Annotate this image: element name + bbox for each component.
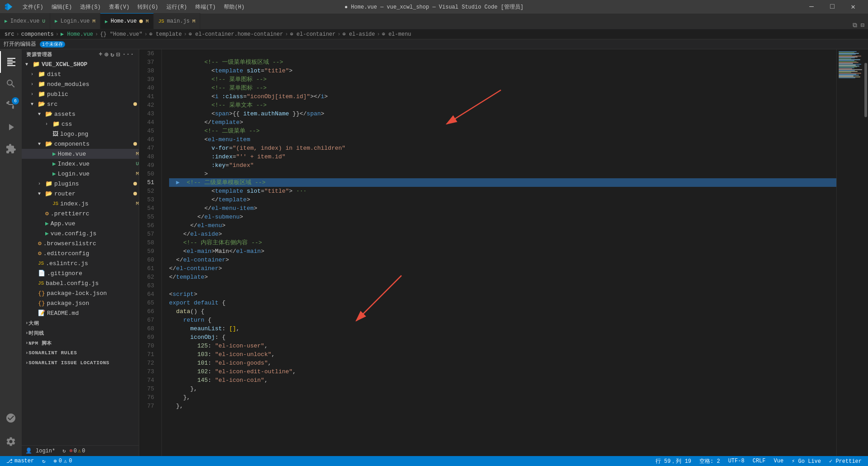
close-button[interactable]: ✕ bbox=[843, 0, 863, 14]
sidebar-item-components[interactable]: ▼ 📂 components bbox=[22, 139, 139, 149]
vertical-scrollbar[interactable] bbox=[863, 49, 868, 456]
window-controls[interactable]: — □ ✕ bbox=[801, 0, 863, 14]
sidebar-item-index-vue[interactable]: › ▶ Index.vue U bbox=[22, 159, 139, 169]
close-panel-icon[interactable]: ⊟ bbox=[861, 21, 864, 29]
sync-status[interactable]: ↻ bbox=[40, 456, 47, 466]
editor-layout-buttons[interactable]: ⧉ ⊟ bbox=[849, 21, 868, 29]
collapse-all-icon[interactable]: ⊟ bbox=[116, 51, 120, 58]
errors-status[interactable]: ⊗ 0 ⚠ 0 bbox=[52, 456, 74, 466]
code-editor[interactable]: 36 37 38 39 40 41 42 43 44 45 46 47 48 4… bbox=[139, 49, 868, 456]
more-actions-icon[interactable]: ··· bbox=[122, 51, 134, 58]
outline-section[interactable]: › 大纲 bbox=[22, 318, 139, 328]
breadcrumb-aside[interactable]: ⊕ el-aside bbox=[342, 31, 375, 38]
breadcrumb-src[interactable]: src bbox=[5, 31, 14, 38]
vue-file-icon: ▶ bbox=[52, 150, 56, 157]
sidebar-item-css[interactable]: › 📁 css bbox=[22, 119, 139, 129]
sidebar-item-dist[interactable]: › 📁 dist bbox=[22, 69, 139, 79]
breadcrumb-homevue[interactable]: ▶ Home.vue bbox=[61, 31, 93, 38]
activity-account[interactable] bbox=[0, 407, 22, 429]
timeline-section[interactable]: › 时间线 bbox=[22, 328, 139, 338]
sidebar-item-node-modules[interactable]: › 📁 node_modules bbox=[22, 79, 139, 89]
menu-select[interactable]: 选择(S) bbox=[76, 2, 104, 12]
menu-bar[interactable]: 文件(F) 编辑(E) 选择(S) 查看(V) 转到(G) 运行(R) 终端(T… bbox=[19, 2, 248, 12]
indentation[interactable]: 空格: 2 bbox=[698, 456, 722, 466]
line-num-59: 59 bbox=[139, 247, 158, 256]
go-live-button[interactable]: ⚡ Go Live bbox=[790, 456, 823, 466]
sidebar-item-router-index[interactable]: › JS index.js M bbox=[22, 199, 139, 209]
sidebar-item-src[interactable]: ▼ 📂 src bbox=[22, 99, 139, 109]
sidebar-label-gitignore: .gitignore bbox=[47, 270, 139, 277]
sidebar-root[interactable]: ▼ 📁 VUE_XCWL_SHOP bbox=[22, 59, 139, 69]
breadcrumb-container1[interactable]: ⊕ el-container.home-container bbox=[189, 31, 283, 38]
npm-section[interactable]: › NPM 脚本 bbox=[22, 338, 139, 348]
new-folder-icon[interactable]: ⊕ bbox=[104, 51, 108, 58]
sidebar-item-babel[interactable]: › JS babel.config.js bbox=[22, 278, 139, 288]
menu-file[interactable]: 文件(F) bbox=[19, 2, 47, 12]
tab-index-vue[interactable]: ▶ Index.vue U bbox=[0, 13, 50, 29]
sidebar-item-assets[interactable]: ▼ 📂 assets bbox=[22, 109, 139, 119]
sidebar-item-package[interactable]: › {} package.json bbox=[22, 298, 139, 308]
line-num-71: 71 bbox=[139, 350, 158, 359]
encoding[interactable]: UTF-8 bbox=[726, 456, 746, 466]
account-icon[interactable]: 👤 bbox=[25, 447, 32, 454]
sidebar-item-public[interactable]: › 📁 public bbox=[22, 89, 139, 99]
prettier-status[interactable]: ✓ Prettier bbox=[827, 456, 863, 466]
menu-edit[interactable]: 编辑(E) bbox=[48, 2, 76, 12]
sidebar-item-home-vue[interactable]: › ▶ Home.vue M bbox=[22, 149, 139, 159]
activity-run[interactable] bbox=[0, 116, 22, 138]
sidebar-item-package-lock[interactable]: › {} package-lock.json bbox=[22, 288, 139, 298]
tab-home-vue[interactable]: ▶ Home.vue M bbox=[100, 13, 154, 29]
new-file-icon[interactable]: + bbox=[99, 51, 103, 58]
error-count[interactable]: ⊗ 0 ⚠ 0 bbox=[69, 447, 85, 454]
menu-terminal[interactable]: 终端(T) bbox=[192, 2, 220, 12]
sidebar-item-router[interactable]: ▼ 📂 router bbox=[22, 189, 139, 199]
vue-file-icon: ▶ bbox=[45, 220, 49, 227]
sidebar-item-eslintrc[interactable]: › JS .eslintrc.js bbox=[22, 258, 139, 268]
refresh-icon[interactable]: ↻ bbox=[110, 51, 114, 58]
sidebar-item-app-vue[interactable]: › ▶ App.vue bbox=[22, 219, 139, 228]
open-editors-label[interactable]: 打开的编辑器 bbox=[4, 40, 36, 48]
sidebar-item-editorconfig[interactable]: › ⚙ .editorconfig bbox=[22, 248, 139, 258]
sidebar-item-plugins[interactable]: › 📁 plugins bbox=[22, 179, 139, 189]
activity-extensions[interactable] bbox=[0, 138, 22, 160]
tab-login-vue[interactable]: ▶ Login.vue M bbox=[50, 13, 100, 29]
sidebar-item-gitignore[interactable]: › 📄 .gitignore bbox=[22, 268, 139, 278]
maximize-button[interactable]: □ bbox=[822, 0, 843, 14]
sync-icon[interactable]: ↻ bbox=[62, 447, 66, 454]
sidebar-item-prettierrc[interactable]: › ⚙ .prettierrc bbox=[22, 209, 139, 219]
menu-view[interactable]: 查看(V) bbox=[105, 2, 133, 12]
sonarlint-rules-section[interactable]: › SONARLINT RULES bbox=[22, 348, 139, 358]
menu-goto[interactable]: 转到(G) bbox=[134, 2, 162, 12]
language-mode[interactable]: Vue bbox=[772, 456, 786, 466]
activity-search[interactable] bbox=[0, 73, 22, 95]
sidebar-item-readme[interactable]: › 📝 README.md bbox=[22, 308, 139, 318]
sidebar-item-logo[interactable]: › 🖼 logo.png bbox=[22, 129, 139, 139]
sidebar-item-browserslistrc[interactable]: › ⚙ .browserslistrc bbox=[22, 238, 139, 248]
account-label[interactable]: login* bbox=[36, 448, 55, 454]
activity-explorer[interactable] bbox=[0, 51, 22, 73]
breadcrumb-template[interactable]: ⊕ template bbox=[149, 31, 182, 38]
minimize-button[interactable]: — bbox=[801, 0, 822, 14]
eol[interactable]: CRLF bbox=[751, 456, 768, 466]
tab-main-js[interactable]: JS main.js M bbox=[154, 13, 200, 29]
sidebar-item-login-vue[interactable]: › ▶ Login.vue M bbox=[22, 169, 139, 179]
breadcrumb-container2[interactable]: ⊕ el-container bbox=[290, 31, 335, 38]
activity-source-control[interactable]: 6 bbox=[0, 95, 22, 116]
modified-dot bbox=[133, 102, 137, 106]
sidebar-label-package-lock: package-lock.json bbox=[47, 290, 139, 297]
menu-run[interactable]: 运行(R) bbox=[163, 2, 191, 12]
sonarlint-issues-section[interactable]: › SONARLINT ISSUE LOCATIONS bbox=[22, 358, 139, 368]
menu-help[interactable]: 帮助(H) bbox=[220, 2, 248, 12]
sidebar-item-vue-config[interactable]: › ▶ vue.config.js bbox=[22, 228, 139, 238]
sidebar-header-icons[interactable]: + ⊕ ↻ ⊟ ··· bbox=[99, 51, 134, 58]
breadcrumb-menu[interactable]: ⊕ el-menu bbox=[382, 31, 411, 38]
sidebar-bottom[interactable]: 👤 login* ↻ ⊗ 0 ⚠ 0 bbox=[22, 445, 139, 456]
split-editor-icon[interactable]: ⧉ bbox=[853, 22, 857, 29]
breadcrumb-script[interactable]: {} "Home.vue" bbox=[100, 31, 142, 38]
cursor-position[interactable]: 行 59，列 19 bbox=[654, 456, 693, 466]
activity-settings[interactable] bbox=[0, 431, 22, 452]
sidebar-label-src: src bbox=[47, 101, 132, 108]
breadcrumb-components[interactable]: components bbox=[21, 31, 54, 38]
scrollbar-thumb[interactable] bbox=[864, 63, 867, 117]
git-branch-status[interactable]: ⎇ master bbox=[5, 456, 36, 466]
